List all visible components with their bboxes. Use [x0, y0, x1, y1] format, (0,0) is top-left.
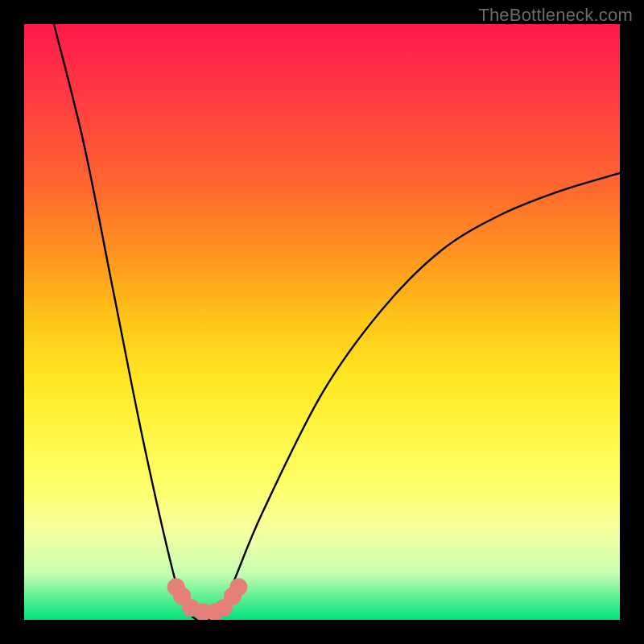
bottleneck-marker-group [167, 578, 248, 620]
bottleneck-curve-path [54, 24, 620, 620]
bottleneck-curve [54, 24, 620, 620]
watermark-text: TheBottleneck.com [478, 5, 633, 26]
bottleneck-marker [229, 578, 247, 596]
chart-plot-area [24, 24, 620, 620]
bottleneck-chart-svg [24, 24, 620, 620]
